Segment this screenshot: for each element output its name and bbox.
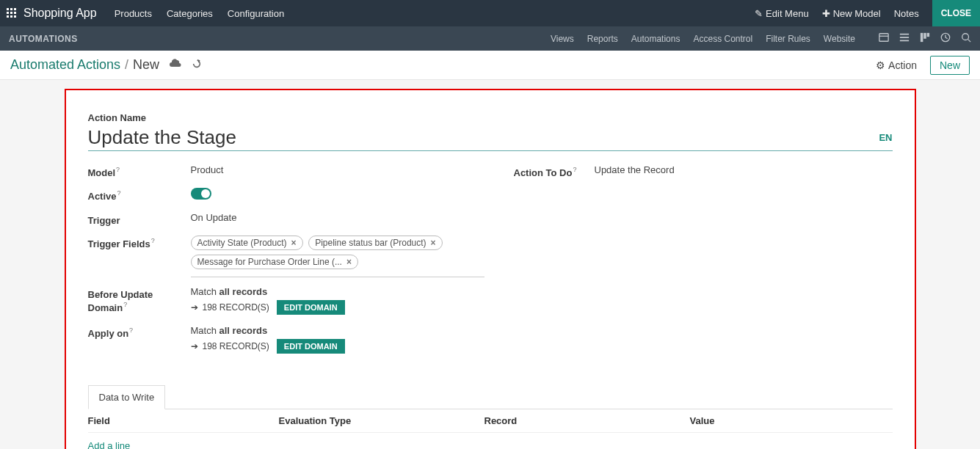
- svg-rect-5: [14, 12, 16, 14]
- active-toggle[interactable]: [191, 188, 211, 200]
- apply-on-label: Apply on: [88, 328, 129, 339]
- svg-line-19: [968, 40, 971, 43]
- app-title[interactable]: Shopping App: [23, 7, 97, 20]
- list-view-icon[interactable]: [899, 32, 910, 45]
- plus-icon: ✚: [822, 8, 830, 19]
- card-view-icon[interactable]: [879, 32, 889, 45]
- help-icon[interactable]: ?: [123, 301, 127, 308]
- action-name-label: Action Name: [88, 112, 893, 123]
- svg-rect-16: [927, 33, 930, 37]
- subnav-automations[interactable]: Automations: [631, 34, 680, 44]
- pencil-icon: ✎: [755, 8, 763, 19]
- model-value[interactable]: Product: [191, 164, 484, 175]
- subnav-views[interactable]: Views: [551, 34, 574, 44]
- active-label: Active: [88, 191, 117, 202]
- svg-rect-4: [10, 12, 12, 14]
- breadcrumb-current: New: [133, 57, 159, 73]
- language-button[interactable]: EN: [879, 132, 892, 149]
- svg-rect-15: [923, 33, 926, 39]
- action-to-do-label: Action To Do: [514, 167, 573, 178]
- svg-rect-7: [10, 15, 12, 18]
- svg-rect-2: [14, 8, 16, 10]
- col-value: Value: [690, 415, 893, 426]
- help-icon[interactable]: ?: [151, 237, 155, 244]
- add-line-link[interactable]: Add a line: [88, 433, 893, 449]
- cloud-save-icon[interactable]: [170, 59, 181, 71]
- tag-remove-icon[interactable]: ×: [291, 238, 297, 248]
- notes-link[interactable]: Notes: [894, 8, 919, 19]
- new-model-link[interactable]: ✚ New Model: [822, 8, 881, 19]
- menu-products[interactable]: Products: [115, 8, 152, 19]
- help-icon[interactable]: ?: [573, 166, 576, 173]
- svg-rect-14: [921, 33, 923, 42]
- svg-rect-11: [900, 34, 909, 35]
- subnav-reports[interactable]: Reports: [587, 34, 618, 44]
- discard-icon[interactable]: [192, 59, 202, 71]
- new-button[interactable]: New: [930, 56, 970, 75]
- tag-item[interactable]: Message for Purchase Order Line (...×: [191, 255, 358, 269]
- apps-icon[interactable]: [6, 7, 18, 19]
- arrow-right-icon: ➔: [191, 302, 198, 313]
- activity-view-icon[interactable]: [940, 32, 951, 45]
- kanban-view-icon[interactable]: [920, 32, 930, 45]
- subbar-title: AUTOMATIONS: [9, 34, 78, 44]
- gear-icon: ⚙: [876, 59, 885, 71]
- help-icon[interactable]: ?: [129, 326, 133, 334]
- menu-categories[interactable]: Categories: [167, 8, 213, 19]
- before-update-domain-label: Before Update Domain: [88, 289, 153, 313]
- subnav-website[interactable]: Website: [824, 34, 855, 44]
- action-to-do-value[interactable]: Update the Record: [595, 164, 893, 175]
- svg-rect-0: [7, 8, 9, 10]
- subnav-filter-rules[interactable]: Filter Rules: [766, 34, 810, 44]
- breadcrumb-sep: /: [125, 57, 128, 73]
- records-link[interactable]: ➔198 RECORD(S): [191, 302, 269, 313]
- search-icon[interactable]: [961, 32, 971, 45]
- edit-domain-button[interactable]: EDIT DOMAIN: [277, 339, 345, 354]
- model-label: Model: [88, 167, 116, 178]
- tab-data-to-write[interactable]: Data to Write: [88, 385, 166, 409]
- trigger-value[interactable]: On Update: [191, 212, 484, 223]
- breadcrumb-root[interactable]: Automated Actions: [10, 57, 120, 73]
- svg-rect-13: [900, 40, 909, 42]
- trigger-fields-label: Trigger Fields: [88, 238, 150, 249]
- col-eval-type: Evaluation Type: [279, 415, 484, 426]
- form-card: Action Name EN Model? Product Active? Tr…: [65, 89, 916, 449]
- trigger-label: Trigger: [88, 215, 120, 226]
- match-summary: Match all records: [191, 325, 484, 336]
- tag-remove-icon[interactable]: ×: [431, 238, 436, 248]
- help-icon[interactable]: ?: [116, 166, 120, 173]
- svg-rect-3: [7, 12, 9, 14]
- action-name-input[interactable]: [88, 126, 871, 149]
- svg-point-18: [962, 34, 969, 40]
- svg-rect-9: [879, 34, 888, 42]
- tag-remove-icon[interactable]: ×: [346, 257, 352, 267]
- arrow-right-icon: ➔: [191, 341, 198, 351]
- tag-item[interactable]: Activity State (Product)×: [191, 236, 303, 250]
- edit-domain-button[interactable]: EDIT DOMAIN: [277, 300, 345, 315]
- match-summary: Match all records: [191, 286, 484, 297]
- svg-rect-8: [14, 15, 16, 18]
- action-dropdown[interactable]: ⚙ Action: [876, 59, 917, 71]
- records-link[interactable]: ➔198 RECORD(S): [191, 341, 269, 351]
- tag-item[interactable]: Pipeline status bar (Product)×: [308, 236, 442, 250]
- svg-rect-12: [900, 37, 909, 38]
- svg-rect-1: [10, 8, 12, 10]
- menu-configuration[interactable]: Configuration: [228, 8, 284, 19]
- trigger-fields-input[interactable]: Activity State (Product)× Pipeline statu…: [191, 236, 484, 277]
- subnav-access-control[interactable]: Access Control: [693, 34, 752, 44]
- close-button[interactable]: CLOSE: [932, 0, 980, 26]
- help-icon[interactable]: ?: [117, 189, 121, 197]
- svg-rect-6: [7, 15, 9, 18]
- grid-header: Field Evaluation Type Record Value: [88, 409, 893, 433]
- edit-menu-link[interactable]: ✎ Edit Menu: [755, 8, 809, 19]
- col-record: Record: [484, 415, 690, 426]
- col-field: Field: [88, 415, 279, 426]
